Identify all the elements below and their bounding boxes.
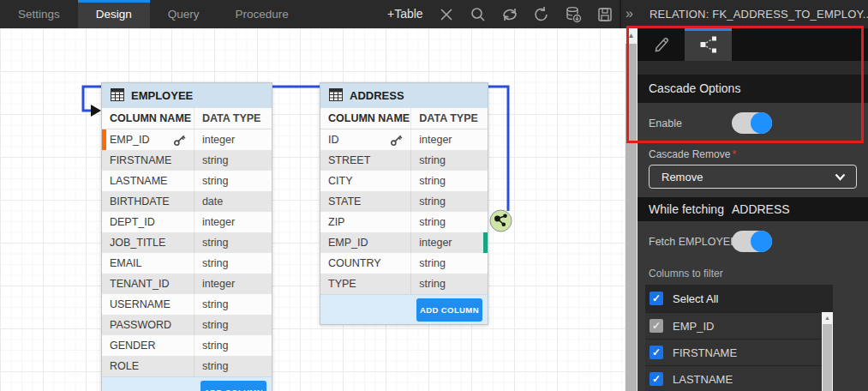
table-footer: ADD COLUMN: [320, 294, 488, 324]
table-row[interactable]: ZIPstring: [320, 212, 488, 232]
table-row[interactable]: GENDERstring: [102, 335, 272, 356]
column-name-cell: PASSWORD: [102, 315, 194, 335]
table-row[interactable]: FIRSTNAMEstring: [102, 150, 272, 171]
column-name: JOB_TITLE: [110, 237, 165, 249]
column-name-cell: BIRTHDATE: [102, 191, 194, 212]
table-row[interactable]: COUNTRYstring: [320, 253, 488, 274]
columns-filter-list: ✓ Select All ✓EMP_ID✓FIRSTNAME✓LASTNAME …: [645, 285, 833, 391]
close-icon[interactable]: [436, 4, 457, 25]
pencil-icon: [652, 35, 671, 57]
column-name-cell: USERNAME: [102, 294, 194, 315]
table-row[interactable]: STATEstring: [320, 191, 488, 212]
table-row[interactable]: JOB_TITLEstring: [102, 232, 272, 253]
scrollbar-thumb[interactable]: [823, 324, 832, 391]
column-name: BIRTHDATE: [110, 196, 170, 208]
data-type-cell: string: [410, 171, 488, 191]
data-type-cell: string: [410, 274, 488, 294]
select-all-row[interactable]: ✓ Select All: [645, 285, 833, 312]
table-row[interactable]: LASTNAMEstring: [102, 171, 272, 191]
checkbox-checked[interactable]: ✓: [650, 372, 663, 386]
table-card-employee[interactable]: EMPLOYEECOLUMN NAMEDATA TYPEEMP_IDintege…: [101, 82, 272, 391]
filter-list-item[interactable]: ✓FIRSTNAME: [645, 339, 833, 365]
table-row[interactable]: EMAILstring: [102, 253, 272, 274]
scrollbar-up-arrow-icon[interactable]: ▲: [822, 312, 833, 323]
fetch-employee-toggle[interactable]: [732, 231, 772, 252]
table-row[interactable]: ROLEstring: [102, 356, 272, 376]
table-row[interactable]: EMP_IDinteger: [320, 232, 488, 253]
filter-list-item[interactable]: ✓LASTNAME: [645, 365, 833, 391]
panel-collapse-icon[interactable]: »: [626, 0, 633, 28]
relation-line[interactable]: [0, 28, 625, 391]
column-name-cell: DEPT_ID: [102, 212, 194, 232]
top-toolbar: Settings Design Query Procedure +Table: [0, 0, 868, 28]
tab-design[interactable]: Design: [78, 0, 150, 28]
tab-procedure[interactable]: Procedure: [218, 0, 307, 28]
column-name-cell: ROLE: [102, 356, 194, 376]
select-all-checkbox[interactable]: ✓: [650, 292, 663, 305]
table-row[interactable]: TENANT_IDinteger: [102, 274, 272, 294]
table-name: EMPLOYEE: [131, 89, 193, 102]
sync-icon[interactable]: [500, 4, 520, 25]
select-all-label: Select All: [673, 292, 718, 305]
design-canvas[interactable]: EMPLOYEECOLUMN NAMEDATA TYPEEMP_IDintege…: [0, 28, 625, 391]
data-type-cell: string: [194, 294, 272, 315]
checkbox-checked[interactable]: ✓: [650, 346, 663, 359]
redo-icon[interactable]: [531, 4, 552, 25]
canvas-scrollbar[interactable]: ▲: [625, 28, 638, 391]
save-icon[interactable]: [595, 4, 615, 25]
tab-edit-pencil[interactable]: [638, 28, 685, 61]
column-name-cell: FIRSTNAME: [102, 150, 194, 171]
table-row[interactable]: STREETstring: [320, 150, 488, 171]
enable-row: Enable: [638, 103, 868, 143]
column-name-cell: ID: [320, 129, 410, 150]
data-type-cell: string: [410, 150, 488, 171]
data-type-cell: string: [410, 191, 488, 212]
table-row[interactable]: IDinteger: [320, 129, 488, 150]
table-row[interactable]: EMP_IDinteger: [102, 129, 272, 150]
relation-panel-title: RELATION: FK_ADDRESS_TO_EMPLOY...: [650, 0, 868, 28]
table-title-bar[interactable]: ADDRESS: [320, 83, 488, 108]
add-table-button[interactable]: +Table: [387, 0, 423, 28]
table-row[interactable]: BIRTHDATEdate: [102, 191, 272, 212]
data-type-cell: string: [194, 356, 272, 376]
table-row[interactable]: USERNAMEstring: [102, 294, 272, 315]
filter-list-scrollbar[interactable]: ▲: [822, 312, 833, 391]
column-name-cell: ZIP: [320, 212, 410, 232]
cascade-remove-select[interactable]: Remove: [649, 165, 857, 189]
table-title-bar[interactable]: EMPLOYEE: [102, 83, 272, 108]
add-column-button[interactable]: ADD COLUMN: [416, 298, 482, 322]
column-name: CITY: [328, 175, 352, 187]
data-type-cell: string: [410, 253, 488, 274]
data-type-cell: integer: [194, 212, 272, 232]
enable-label: Enable: [649, 117, 682, 129]
export-db-icon[interactable]: [563, 4, 584, 25]
table-row[interactable]: PASSWORDstring: [102, 315, 272, 335]
panel-tab-strip: [638, 28, 868, 61]
data-type-cell: integer: [410, 129, 488, 150]
relation-connector-badge[interactable]: [489, 209, 512, 232]
tab-settings[interactable]: Settings: [0, 0, 78, 28]
search-icon[interactable]: [468, 4, 488, 25]
tab-relation[interactable]: [685, 28, 732, 61]
data-type-cell: string: [194, 232, 272, 253]
table-card-address[interactable]: ADDRESSCOLUMN NAMEDATA TYPEIDintegerSTRE…: [320, 82, 488, 325]
fetch-employee-label: Fetch EMPLOYEE: [649, 236, 738, 248]
scrollbar-thumb[interactable]: [626, 44, 637, 391]
tab-query[interactable]: Query: [150, 0, 218, 28]
filter-list-item[interactable]: ✓EMP_ID: [645, 312, 833, 339]
enable-toggle[interactable]: [732, 112, 772, 134]
scrollbar-up-arrow-icon[interactable]: ▲: [625, 28, 638, 42]
column-name-header: COLUMN NAME: [320, 108, 410, 129]
column-name: FIRSTNAME: [110, 154, 171, 166]
checkbox-disabled-checked: ✓: [650, 319, 663, 333]
table-row[interactable]: CITYstring: [320, 171, 488, 191]
required-asterisk: *: [732, 148, 736, 160]
column-name-cell: TYPE: [320, 274, 410, 294]
column-name: GENDER: [110, 340, 155, 352]
add-column-button[interactable]: ADD COLUMN: [201, 381, 266, 391]
column-name: TENANT_ID: [110, 278, 169, 290]
data-type-cell: string: [194, 315, 272, 335]
table-row[interactable]: TYPEstring: [320, 274, 488, 294]
column-name: ZIP: [328, 216, 344, 228]
table-row[interactable]: DEPT_IDinteger: [102, 212, 272, 232]
